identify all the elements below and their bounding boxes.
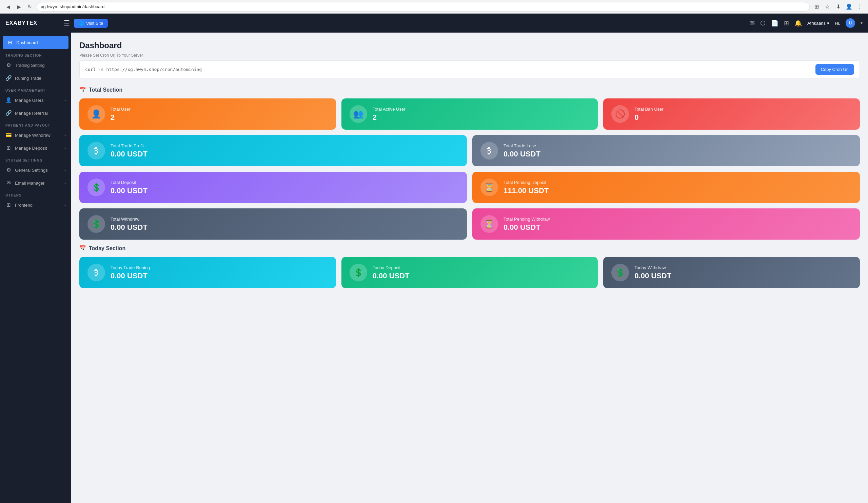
stat-card-trade-profit: ₿ Total Trade Profit 0.00 USDT bbox=[79, 135, 467, 166]
visit-site-label: Visit Site bbox=[86, 21, 103, 26]
sidebar-item-label: Dashboard bbox=[16, 40, 38, 45]
sidebar-item-general-settings[interactable]: ⚙ General Settings › bbox=[0, 164, 71, 177]
others-section-label: OTHERS bbox=[0, 189, 71, 199]
hamburger-button[interactable]: ☰ bbox=[64, 19, 70, 27]
sidebar-item-manage-deposit[interactable]: ⊞ Manage Deposit › bbox=[0, 142, 71, 154]
stat-label: Today Withdraw bbox=[634, 265, 671, 270]
sidebar-item-label: Trading Setting bbox=[15, 63, 45, 68]
cube-icon[interactable]: ⬡ bbox=[760, 19, 766, 27]
stat-value: 0.00 USDT bbox=[111, 223, 147, 232]
stat-label: Total Trade Lose bbox=[504, 143, 540, 148]
brand-name: EXABYTEX bbox=[6, 20, 60, 26]
deposit-icon: 💲 bbox=[91, 183, 101, 192]
stat-card-total-ban-user: 🚫 Total Ban User 0 bbox=[603, 98, 860, 130]
mail-icon[interactable]: ✉ bbox=[750, 19, 755, 27]
sidebar-item-dashboard[interactable]: ⊞ Dashboard bbox=[3, 36, 69, 49]
chevron-icon: › bbox=[64, 203, 66, 207]
sidebar-item-label: Manage Deposit bbox=[15, 145, 47, 151]
top-header: EXABYTEX ☰ 🌐 Visit Site ✉ ⬡ 📄 ⊞ 🔔 Afrika… bbox=[0, 13, 868, 33]
stat-card-trade-lose: ₿ Total Trade Lose 0.00 USDT bbox=[472, 135, 860, 166]
stat-value: 0.00 USDT bbox=[504, 223, 550, 232]
sidebar-item-runing-trade[interactable]: 🔗 Runing Trade bbox=[0, 72, 71, 84]
stat-label: Total User bbox=[111, 107, 131, 112]
today-trade-icon-wrapper: ₿ bbox=[87, 264, 105, 281]
dashboard-icon: ⊞ bbox=[7, 39, 13, 46]
stat-label: Total Ban User bbox=[634, 107, 663, 112]
today-section-title: Today Section bbox=[89, 245, 125, 252]
forward-button[interactable]: ▶ bbox=[15, 3, 23, 11]
stat-value: 0.00 USDT bbox=[373, 272, 410, 280]
sidebar-item-manage-users[interactable]: 👤 Manage Users › bbox=[0, 94, 71, 107]
sidebar-item-trading-setting[interactable]: ⚙ Trading Setting bbox=[0, 59, 71, 72]
back-button[interactable]: ◀ bbox=[4, 3, 12, 11]
stat-card-today-withdraw: 💲 Today Withdraw 0.00 USDT bbox=[603, 257, 860, 288]
stat-card-total-deposit: 💲 Total Deposit 0.00 USDT bbox=[79, 172, 467, 203]
today-deposit-icon-wrapper: 💲 bbox=[350, 264, 367, 281]
page-title: Dashboard bbox=[79, 41, 860, 50]
language-label: Afrikaans bbox=[807, 21, 826, 26]
visit-site-button[interactable]: 🌐 Visit Site bbox=[74, 19, 108, 28]
sidebar-item-label: Manage Users bbox=[15, 98, 44, 103]
sidebar-item-email-manager[interactable]: ✉ Email Manager › bbox=[0, 177, 71, 189]
profile-icon[interactable]: 👤 bbox=[845, 3, 853, 11]
sidebar-item-label: General Settings bbox=[15, 168, 48, 173]
pending-deposit-icon: ⏳ bbox=[484, 183, 494, 192]
menu-icon[interactable]: ⋮ bbox=[856, 3, 864, 11]
grid-icon[interactable]: ⊞ bbox=[784, 19, 789, 27]
chevron-icon: › bbox=[64, 168, 66, 172]
sidebar-item-manage-referral[interactable]: 🔗 Manage Referral bbox=[0, 107, 71, 120]
sidebar-item-manage-withdraw[interactable]: 💳 Manage Withdraw › bbox=[0, 129, 71, 142]
cron-bar: curl -s https://xg.hwym.shop/cron/automi… bbox=[79, 60, 860, 78]
trading-section-label: TRADING SECTION bbox=[0, 50, 71, 59]
stats-row-1: 👤 Total User 2 👥 Total Active User 2 bbox=[79, 98, 860, 130]
copy-cron-button[interactable]: Copy Cron Url bbox=[815, 64, 854, 75]
stats-row-3: 💲 Total Deposit 0.00 USDT ⏳ Total Pendin… bbox=[79, 172, 860, 203]
stat-value: 0.00 USDT bbox=[111, 272, 150, 280]
document-icon[interactable]: 📄 bbox=[771, 19, 778, 27]
sidebar-item-label: Manage Withdraw bbox=[15, 133, 51, 138]
today-calendar-icon: 📅 bbox=[79, 245, 86, 252]
stat-info-pending-withdraw: Total Pending Withdraw 0.00 USDT bbox=[504, 217, 550, 232]
stat-value: 0.00 USDT bbox=[504, 150, 540, 159]
bitcoin-lose-icon: ₿ bbox=[487, 146, 491, 155]
star-icon[interactable]: ☆ bbox=[823, 3, 831, 11]
user-management-section-label: USER MANAGEMENT bbox=[0, 84, 71, 94]
sidebar: ⊞ Dashboard TRADING SECTION ⚙ Trading Se… bbox=[0, 33, 71, 503]
download-icon[interactable]: ⬇ bbox=[834, 3, 842, 11]
sidebar-item-label: Manage Referral bbox=[15, 111, 48, 116]
today-trade-icon: ₿ bbox=[94, 268, 98, 277]
avatar[interactable]: U bbox=[846, 18, 855, 28]
chevron-icon: › bbox=[64, 146, 66, 150]
today-section-header: 📅 Today Section bbox=[79, 245, 860, 252]
stat-value: 0.00 USDT bbox=[634, 272, 671, 280]
chevron-icon: › bbox=[64, 133, 66, 137]
stat-label: Today Deposit bbox=[373, 265, 410, 270]
stats-row-4: 💲 Total Withdraw 0.00 USDT ⏳ Total Pendi… bbox=[79, 208, 860, 240]
calendar-icon: 📅 bbox=[79, 87, 86, 93]
user-icon: 👤 bbox=[91, 109, 101, 119]
main-area: ⊞ Dashboard TRADING SECTION ⚙ Trading Se… bbox=[0, 33, 868, 503]
chevron-icon: › bbox=[64, 98, 66, 102]
language-selector[interactable]: Afrikaans ▾ bbox=[807, 21, 829, 26]
runing-trade-icon: 🔗 bbox=[6, 75, 11, 81]
sidebar-item-frontend[interactable]: ⊞ Frontend › bbox=[0, 199, 71, 211]
app-wrapper: EXABYTEX ☰ 🌐 Visit Site ✉ ⬡ 📄 ⊞ 🔔 Afrika… bbox=[0, 13, 868, 503]
trading-setting-icon: ⚙ bbox=[6, 62, 11, 68]
user-chevron-icon: ▾ bbox=[860, 21, 862, 26]
refresh-button[interactable]: ↻ bbox=[26, 3, 34, 11]
translate-icon[interactable]: ⊞ bbox=[813, 3, 820, 11]
bitcoin-icon: ₿ bbox=[94, 146, 98, 155]
general-settings-icon: ⚙ bbox=[6, 167, 11, 173]
today-stats-row: ₿ Today Trade Runing 0.00 USDT 💲 Today D… bbox=[79, 257, 860, 288]
stat-card-total-withdraw: 💲 Total Withdraw 0.00 USDT bbox=[79, 208, 467, 240]
globe-icon: 🌐 bbox=[79, 21, 84, 26]
stat-info-today-deposit: Today Deposit 0.00 USDT bbox=[373, 265, 410, 280]
trade-profit-icon-wrapper: ₿ bbox=[87, 142, 105, 160]
chevron-down-icon: ▾ bbox=[827, 21, 829, 26]
manage-withdraw-icon: 💳 bbox=[6, 132, 11, 138]
address-bar[interactable] bbox=[37, 2, 810, 11]
stat-label: Total Pending Withdraw bbox=[504, 217, 550, 222]
stat-card-total-active-user: 👥 Total Active User 2 bbox=[341, 98, 598, 130]
bell-icon[interactable]: 🔔 bbox=[794, 19, 802, 27]
stat-info-trade-profit: Total Trade Profit 0.00 USDT bbox=[111, 143, 147, 159]
